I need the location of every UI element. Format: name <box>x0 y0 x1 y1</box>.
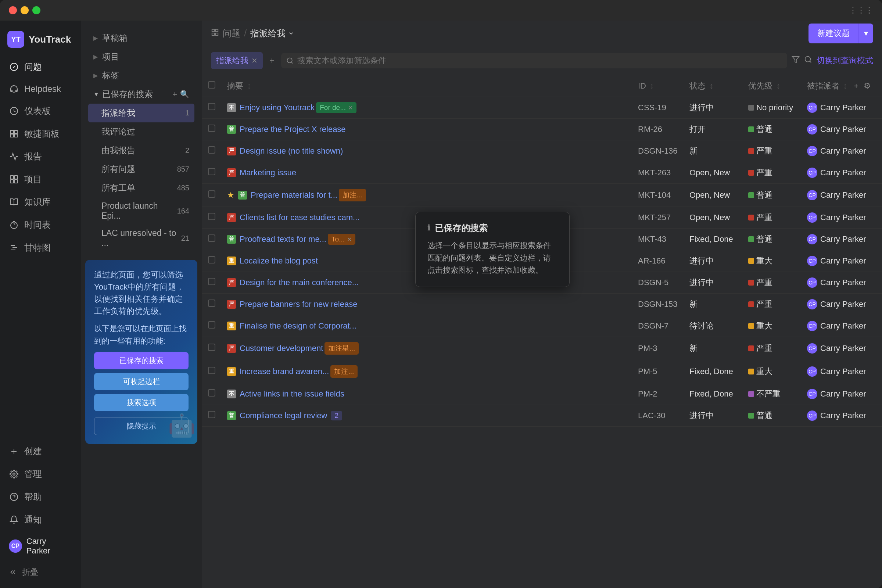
info-btn-saved-searches[interactable]: 已保存的搜索 <box>94 352 189 369</box>
tree-item-tags[interactable]: ▶ 标签 <box>88 66 194 85</box>
th-assignee[interactable]: 被指派者 ↕ + ⚙ <box>801 75 882 97</box>
issue-title-link[interactable]: Enjoy using Youtrack <box>240 103 315 112</box>
issue-title-link[interactable]: Localize the blog post <box>240 256 318 266</box>
tree-item-projects[interactable]: ▶ 项目 <box>88 47 194 66</box>
row-checkbox[interactable] <box>208 190 215 198</box>
th-check[interactable] <box>202 75 221 97</box>
issue-title-link[interactable]: Proofread texts for me... <box>240 234 326 244</box>
column-settings-button[interactable]: ⚙ <box>864 81 871 90</box>
row-checkbox[interactable] <box>208 146 215 154</box>
maximize-button[interactable] <box>32 6 40 14</box>
issue-title-link[interactable]: Increase brand awaren... <box>240 367 329 376</box>
th-id[interactable]: ID ↕ <box>632 75 684 97</box>
badge-close-icon[interactable]: ✕ <box>348 104 353 111</box>
sidebar-item-timelog[interactable]: 时间表 <box>3 214 78 236</box>
issue-title-link[interactable]: Prepare the Project X release <box>240 124 346 134</box>
sidebar-item-reports[interactable]: 报告 <box>3 146 78 168</box>
row-checkbox[interactable] <box>208 411 215 418</box>
issue-title-link[interactable]: Prepare banners for new release <box>240 300 357 309</box>
row-checkbox[interactable] <box>208 234 215 242</box>
row-checkbox[interactable] <box>208 278 215 285</box>
issue-title-link[interactable]: Customer development <box>240 344 323 353</box>
info-btn-sidebar[interactable]: 可收起边栏 <box>94 373 189 390</box>
table-row[interactable]: 严 Marketing issue MKT-263 Open, New 严重 C… <box>202 162 882 184</box>
th-status[interactable]: 状态 ↕ <box>684 75 742 97</box>
row-checkbox[interactable] <box>208 389 215 396</box>
issue-title-link[interactable]: Design issue (no title shown) <box>240 146 343 156</box>
window-menu[interactable]: ⋮⋮⋮ <box>849 6 873 15</box>
info-btn-search-options[interactable]: 搜索选项 <box>94 394 189 411</box>
collapse-sidebar[interactable]: 折叠 <box>3 561 78 583</box>
issue-title-link[interactable]: Compliance legal review <box>240 411 327 420</box>
row-checkbox[interactable] <box>208 321 215 328</box>
tree-item-all-tasks[interactable]: 所有工单 485 <box>88 178 194 197</box>
table-row[interactable]: 严 Prepare banners for new release DSGN-1… <box>202 294 882 315</box>
minimize-button[interactable] <box>21 6 28 14</box>
user-profile[interactable]: CP Carry Parker <box>3 531 78 561</box>
row-checkbox[interactable] <box>208 103 215 110</box>
close-button[interactable] <box>9 6 17 14</box>
row-checkbox[interactable] <box>208 168 215 175</box>
row-checkbox[interactable] <box>208 256 215 264</box>
tree-item-assigned[interactable]: 指派给我 1 <box>88 104 194 122</box>
app-logo[interactable]: YT YouTrack <box>0 24 81 56</box>
filter-tag-close[interactable]: ✕ <box>251 56 258 65</box>
th-priority[interactable]: 优先级 ↕ <box>742 75 801 97</box>
issue-title-link[interactable]: Design for the main conference... <box>240 278 358 287</box>
table-row[interactable]: 严 Design issue (no title shown) DSGN-136… <box>202 140 882 162</box>
search-button[interactable] <box>804 56 812 66</box>
svg-rect-6 <box>14 130 17 134</box>
help-button[interactable]: 帮助 <box>3 486 78 508</box>
table-row[interactable]: 严 Customer development 加注星... PM-3 新 严重 … <box>202 337 882 360</box>
add-search-icon[interactable]: + <box>172 90 177 99</box>
issue-title-link[interactable]: Marketing issue <box>240 168 296 177</box>
row-checkbox[interactable] <box>208 124 215 132</box>
new-issue-button[interactable]: 新建议题 <box>808 24 858 44</box>
breadcrumb-issues[interactable]: 问题 <box>223 28 240 39</box>
table-row[interactable]: ★ 普 Prepare materials for t... 加注... MKT… <box>202 184 882 207</box>
star-icon[interactable]: ★ <box>227 190 234 200</box>
switch-mode-button[interactable]: 切换到查询模式 <box>817 55 873 66</box>
row-checkbox[interactable] <box>208 367 215 374</box>
saved-searches-header[interactable]: ▼ 已保存的搜索 + 🔍 <box>88 85 194 104</box>
issue-title-link[interactable]: Prepare materials for t... <box>250 190 338 200</box>
row-checkbox[interactable] <box>208 344 215 351</box>
th-summary[interactable]: 摘要 ↕ <box>221 75 632 97</box>
table-row[interactable]: 普 Compliance legal review 2 LAC-30 进行中 普… <box>202 405 882 427</box>
badge-close-icon[interactable]: ✕ <box>347 236 352 243</box>
issue-title-link[interactable]: Active links in the issue fields <box>240 389 344 399</box>
issue-title-link[interactable]: Clients list for case studies cam... <box>240 213 359 222</box>
sidebar-item-agile[interactable]: 敏捷面板 <box>3 123 78 145</box>
create-button[interactable]: 创建 <box>3 440 78 462</box>
filter-input[interactable] <box>297 56 782 65</box>
manage-button[interactable]: 管理 <box>3 463 78 485</box>
tree-item-all-issues[interactable]: 所有问题 857 <box>88 160 194 178</box>
table-row[interactable]: 不 Enjoy using Youtrack For de... ✕ CSS-1… <box>202 97 882 119</box>
tree-item-commented[interactable]: 我评论过 <box>88 122 194 141</box>
table-row[interactable]: 重 Increase brand awaren... 加注... PM-5 Fi… <box>202 360 882 383</box>
tree-item-lac[interactable]: LAC unresolved - to ... 21 <box>88 225 194 252</box>
search-icon[interactable]: 🔍 <box>180 90 189 99</box>
sidebar-item-dashboard[interactable]: 仪表板 <box>3 100 78 122</box>
table-row[interactable]: 普 Prepare the Project X release RM-26 打开… <box>202 119 882 140</box>
table-row[interactable]: 重 Finalise the design of Corporat... DSG… <box>202 315 882 337</box>
new-issue-dropdown[interactable]: ▾ <box>858 24 873 44</box>
notifications-button[interactable]: 通知 <box>3 508 78 531</box>
filter-add-button[interactable]: + <box>267 53 277 68</box>
table-row[interactable]: 不 Active links in the issue fields PM-2 … <box>202 383 882 405</box>
sidebar-item-projects[interactable]: 项目 <box>3 168 78 190</box>
sidebar-item-issues[interactable]: 问题 <box>3 56 78 78</box>
tree-item-reported[interactable]: 由我报告 2 <box>88 141 194 160</box>
filter-options-icon[interactable] <box>792 56 800 66</box>
tree-item-product-launch[interactable]: Product launch Epi... 164 <box>88 197 194 225</box>
sidebar-item-gantt[interactable]: 甘特图 <box>3 237 78 259</box>
tree-item-drafts[interactable]: ▶ 草稿箱 <box>88 28 194 47</box>
row-checkbox[interactable] <box>208 213 215 220</box>
sidebar-item-helpdesk[interactable]: Helpdesk <box>3 79 78 99</box>
issue-title-link[interactable]: Finalise the design of Corporat... <box>240 321 357 331</box>
select-all-checkbox[interactable] <box>208 81 215 88</box>
row-checkbox[interactable] <box>208 300 215 307</box>
add-column-button[interactable]: + <box>854 81 858 90</box>
sidebar-item-knowledge[interactable]: 知识库 <box>3 191 78 213</box>
filter-input-area[interactable] <box>281 53 787 68</box>
